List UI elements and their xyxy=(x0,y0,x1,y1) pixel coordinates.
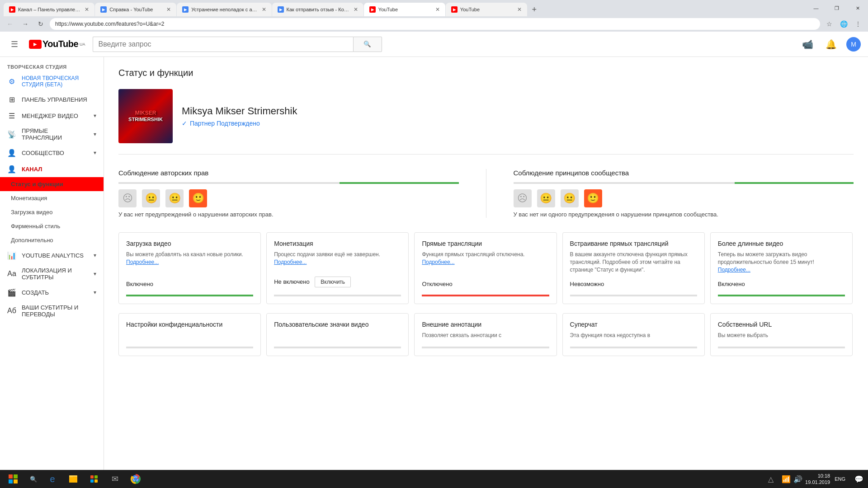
taskbar-app-explorer[interactable] xyxy=(63,471,83,487)
tab-close-tab5[interactable]: ✕ xyxy=(435,6,440,13)
sidebar-item-upload-video[interactable]: Загрузка видео xyxy=(0,205,104,219)
feature-title-ext-annotations: Внешние аннотации xyxy=(422,321,549,328)
close-button[interactable]: ✕ xyxy=(847,0,868,16)
channel-avatar: MIKSER STRIMERSHIK xyxy=(118,89,173,143)
user-avatar[interactable]: M xyxy=(846,37,861,52)
sidebar-item-monetization[interactable]: Монетизация xyxy=(0,191,104,205)
face-neutral-3: 😐 xyxy=(537,189,555,207)
search-bar: 🔍 xyxy=(93,37,382,52)
taskbar-app-store[interactable] xyxy=(84,471,104,487)
bookmark-icon[interactable]: ☆ xyxy=(823,18,835,30)
more-options-icon[interactable]: ⋮ xyxy=(852,18,864,30)
feature-card-upload-video: Загрузка видео Вы можете добавлять на ка… xyxy=(118,232,261,304)
sidebar-item-video-manager[interactable]: ☰ МЕНЕДЖЕР ВИДЕО ▾ xyxy=(0,108,104,124)
feature-card-long-videos: Более длинные видео Теперь вы можете заг… xyxy=(710,232,853,304)
profile-icon[interactable]: 🌐 xyxy=(837,18,850,30)
url-bar[interactable]: https://www.youtube.com/features?o=U&ar=… xyxy=(50,18,820,30)
feature-link-long-videos[interactable]: Подробнее... xyxy=(718,267,750,273)
feature-card-own-url: Собственный URL Вы можете выбрать xyxy=(710,313,853,356)
enable-btn-monetization[interactable]: Включить xyxy=(315,277,351,287)
svg-rect-8 xyxy=(94,475,98,479)
copyright-fill xyxy=(340,182,458,184)
browser-tab-tab5[interactable]: ▶ YouTube ✕ xyxy=(364,3,445,16)
notification-center-icon[interactable]: 💬 xyxy=(852,475,866,483)
sidebar-item-localization[interactable]: Аа ЛОКАЛИЗАЦИЯ И СУБТИТРЫ ▾ xyxy=(0,263,104,284)
feature-link-live-streaming[interactable]: Подробнее... xyxy=(422,259,454,265)
copyright-section: Соблюдение авторских прав ☹ 😐 😐 🙂 У вас … xyxy=(118,169,459,218)
sidebar-label-new-studio: НОВАЯ ТВОРЧЕСКАЯ СТУДИЯ (БЕТА) xyxy=(22,75,96,88)
browser-toolbar: ☆ 🌐 ⋮ xyxy=(823,18,864,30)
youtube-logo[interactable]: YouTubeUA xyxy=(29,39,85,49)
svg-rect-6 xyxy=(69,475,73,477)
start-button[interactable] xyxy=(2,471,24,487)
forward-button[interactable]: → xyxy=(19,18,32,30)
feature-link-upload-video[interactable]: Подробнее... xyxy=(126,259,159,265)
browser-tab-tab1[interactable]: ▶ Канал – Панель управле… ✕ xyxy=(4,3,94,16)
feature-title-own-url: Собственный URL xyxy=(718,321,845,328)
taskbar-notification[interactable]: △ xyxy=(763,471,779,487)
sidebar-item-channel[interactable]: 👤 КАНАЛ xyxy=(0,161,104,177)
tab-close-tab3[interactable]: ✕ xyxy=(262,6,266,13)
sidebar-item-status[interactable]: Статус и функции xyxy=(0,177,104,191)
svg-rect-7 xyxy=(90,475,94,479)
sidebar-expand-live: ▾ xyxy=(94,131,96,137)
window-controls: — ❐ ✕ xyxy=(806,0,868,16)
minimize-button[interactable]: — xyxy=(806,0,826,16)
sidebar-label-channel: КАНАЛ xyxy=(22,166,96,173)
browser-tab-tab2[interactable]: ▶ Справка - YouTube ✕ xyxy=(95,3,176,16)
youtube-header: ☰ YouTubeUA 🔍 📹 🔔 M xyxy=(0,32,868,57)
search-button[interactable]: 🔍 xyxy=(353,37,382,52)
sidebar-label-brand-style: Фирменный стиль xyxy=(11,223,96,230)
status-sections: Соблюдение авторских прав ☹ 😐 😐 🙂 У вас … xyxy=(118,169,854,218)
sidebar-label-upload-video: Загрузка видео xyxy=(11,209,96,216)
browser-tab-tab3[interactable]: ▶ Устранение неполадок с а… ✕ xyxy=(177,3,271,16)
restore-button[interactable]: ❐ xyxy=(826,0,847,16)
sidebar-item-community[interactable]: 👤 СООБЩЕСТВО ▾ xyxy=(0,145,104,161)
feature-bar-own-url xyxy=(718,347,845,348)
sidebar-item-additional[interactable]: Дополнительно xyxy=(0,233,104,247)
menu-button[interactable]: ☰ xyxy=(7,36,22,53)
feature-card-live-embed: Встраивание прямых трансляций В вашем ак… xyxy=(562,232,705,304)
refresh-button[interactable]: ↻ xyxy=(34,18,47,30)
feature-status-live-embed: Невозможно xyxy=(570,281,604,287)
sidebar-item-dashboard[interactable]: ⊞ ПАНЕЛЬ УПРАВЛЕНИЯ xyxy=(0,91,104,108)
sidebar-item-subtitles[interactable]: Аб ВАШИ СУБТИТРЫ И ПЕРЕВОДЫ xyxy=(0,300,104,321)
tab-close-tab4[interactable]: ✕ xyxy=(354,6,358,13)
sidebar-item-live[interactable]: 📡 ПРЯМЫЕ ТРАНСЛЯЦИИ ▾ xyxy=(0,124,104,145)
browser-tab-tab6[interactable]: ▶ YouTube ✕ xyxy=(446,3,527,16)
channel-profile: MIKSER STRIMERSHIK Miksya Mikser Strimer… xyxy=(118,89,854,155)
tab-close-tab1[interactable]: ✕ xyxy=(85,6,89,13)
copyright-faces: ☹ 😐 😐 🙂 xyxy=(118,189,459,207)
feature-card-live-streaming: Прямые трансляции Функция прямых трансля… xyxy=(414,232,557,304)
feature-cards-row2: Настройки конфиденциальности Пользовател… xyxy=(118,313,854,356)
youtube-app: ☰ YouTubeUA 🔍 📹 🔔 M ТВОРЧЕСКАЯ СТУДИЯ ⚙ … xyxy=(0,32,868,488)
feature-footer-live-streaming: Отключено xyxy=(422,281,549,287)
video-camera-icon[interactable]: 📹 xyxy=(799,36,816,52)
sidebar-item-create[interactable]: 🎬 СОЗДАТЬ ▾ xyxy=(0,284,104,300)
taskbar-app-edge[interactable]: e xyxy=(42,471,62,487)
feature-desc-live-streaming: Функция прямых трансляций отключена. Под… xyxy=(422,251,549,273)
sidebar-label-status: Статус и функции xyxy=(11,181,96,188)
sidebar-item-analytics[interactable]: 📊 YOUTUBE ANALYTICS ▾ xyxy=(0,247,104,263)
taskbar-app-mail[interactable]: ✉ xyxy=(105,471,125,487)
svg-rect-2 xyxy=(9,479,13,483)
feature-card-monetization: Монетизация Процесс подачи заявки ещё не… xyxy=(266,232,409,304)
back-button[interactable]: ← xyxy=(4,18,16,30)
sidebar-item-brand-style[interactable]: Фирменный стиль xyxy=(0,219,104,233)
search-input[interactable] xyxy=(93,37,353,52)
taskbar-search[interactable]: 🔍 xyxy=(25,471,42,487)
taskbar-app-chrome[interactable] xyxy=(126,471,146,487)
sidebar-icon-analytics: 📊 xyxy=(7,251,16,260)
new-tab-button[interactable]: + xyxy=(528,3,541,16)
browser-tab-tab4[interactable]: ▶ Как отправить отзыв - Ко… ✕ xyxy=(272,3,363,16)
tab-close-tab2[interactable]: ✕ xyxy=(166,6,171,13)
svg-rect-3 xyxy=(14,479,18,483)
sidebar-item-new-studio[interactable]: ⚙ НОВАЯ ТВОРЧЕСКАЯ СТУДИЯ (БЕТА) xyxy=(0,71,104,91)
copyright-track xyxy=(118,182,459,184)
feature-link-monetization[interactable]: Подробнее... xyxy=(274,259,307,265)
sidebar-icon-community: 👤 xyxy=(7,148,16,157)
notifications-icon[interactable]: 🔔 xyxy=(823,36,839,52)
sidebar-label-additional: Дополнительно xyxy=(11,237,96,244)
tab-close-tab6[interactable]: ✕ xyxy=(517,6,522,13)
feature-status-live-streaming: Отключено xyxy=(422,281,452,287)
